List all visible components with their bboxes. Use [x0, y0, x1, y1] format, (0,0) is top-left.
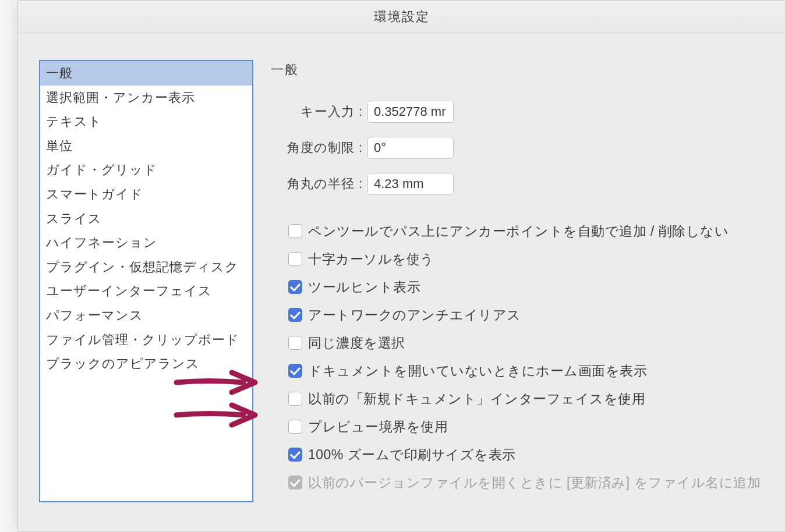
checkbox-label: 100% ズームで印刷サイズを表示 — [308, 446, 516, 464]
checkbox-label: 以前の「新規ドキュメント」インターフェイスを使用 — [308, 390, 645, 408]
sidebar-item[interactable]: ブラックのアピアランス — [40, 352, 252, 376]
key-input-field[interactable] — [367, 101, 454, 123]
preferences-window: 環境設定 一般選択範囲・アンカー表示テキスト単位ガイド・グリッドスマートガイドス… — [17, 0, 785, 532]
checkbox-row: 以前の「新規ドキュメント」インターフェイスを使用 — [288, 391, 785, 407]
titlebar: 環境設定 — [18, 1, 785, 33]
checkbox-row: 100% ズームで印刷サイズを表示 — [288, 446, 785, 463]
checkbox-row: 同じ濃度を選択 — [288, 335, 785, 351]
sidebar-item[interactable]: 選択範囲・アンカー表示 — [40, 86, 252, 110]
sidebar-item[interactable]: 一般 — [40, 61, 252, 86]
sidebar-item[interactable]: スライス — [40, 207, 252, 231]
checkbox-row: ドキュメントを開いていないときにホーム画面を表示 — [288, 363, 785, 379]
checkbox-label: アートワークのアンチエイリアス — [308, 306, 521, 324]
corner-radius-field[interactable] — [367, 173, 454, 195]
checkbox — [288, 476, 302, 490]
checkbox[interactable] — [288, 448, 302, 462]
key-input-label: キー入力 : — [271, 103, 363, 120]
checkbox-label: ドキュメントを開いていないときにホーム画面を表示 — [308, 362, 647, 380]
checkbox-row: ツールヒント表示 — [288, 279, 785, 295]
checkbox[interactable] — [288, 280, 302, 294]
checkbox[interactable] — [288, 364, 302, 378]
checkbox-label: プレビュー境界を使用 — [308, 418, 448, 436]
form-row-angle: 角度の制限 : — [271, 137, 785, 159]
main-panel: 一般 キー入力 : 角度の制限 : 角丸の半径 : ペンツールでパス上にアンカー… — [253, 60, 785, 502]
checkbox-group: ペンツールでパス上にアンカーポイントを自動で追加 / 削除しない十字カーソルを使… — [288, 223, 785, 491]
checkbox-row: 十字カーソルを使う — [288, 251, 785, 267]
sidebar-item[interactable]: ファイル管理・クリップボード — [40, 328, 252, 352]
sidebar-item[interactable]: パフォーマンス — [40, 303, 252, 328]
form-row-corner: 角丸の半径 : — [271, 173, 785, 195]
sidebar-item[interactable]: プラグイン・仮想記憶ディスク — [40, 255, 252, 279]
corner-radius-label: 角丸の半径 : — [271, 175, 363, 193]
checkbox-row: アートワークのアンチエイリアス — [288, 307, 785, 323]
window-title: 環境設定 — [374, 8, 430, 26]
checkbox-row: ペンツールでパス上にアンカーポイントを自動で追加 / 削除しない — [288, 223, 785, 239]
form-row-key-input: キー入力 : — [271, 101, 785, 123]
sidebar-item[interactable]: 単位 — [40, 134, 252, 158]
checkbox[interactable] — [288, 308, 302, 322]
checkbox[interactable] — [288, 392, 302, 406]
angle-constraint-field[interactable] — [367, 137, 454, 159]
angle-constraint-label: 角度の制限 : — [271, 139, 363, 157]
sidebar-item[interactable]: ガイド・グリッド — [40, 158, 252, 182]
checkbox[interactable] — [288, 336, 302, 350]
content-area: 一般選択範囲・アンカー表示テキスト単位ガイド・グリッドスマートガイドスライスハイ… — [18, 33, 785, 502]
checkbox[interactable] — [288, 224, 302, 238]
checkbox-label: 十字カーソルを使う — [308, 250, 434, 268]
checkbox-row: プレビュー境界を使用 — [288, 418, 785, 435]
sidebar-item[interactable]: ハイフネーション — [40, 230, 252, 255]
checkbox[interactable] — [288, 420, 302, 434]
sidebar-item[interactable]: スマートガイド — [40, 182, 252, 207]
panel-title: 一般 — [271, 61, 785, 79]
checkbox-row: 以前のバージョンファイルを開くときに [更新済み] をファイル名に追加 — [288, 474, 785, 491]
sidebar-item[interactable]: テキスト — [40, 109, 252, 134]
sidebar: 一般選択範囲・アンカー表示テキスト単位ガイド・グリッドスマートガイドスライスハイ… — [39, 60, 253, 502]
sidebar-item[interactable]: ユーザーインターフェイス — [40, 279, 252, 303]
checkbox-label: ペンツールでパス上にアンカーポイントを自動で追加 / 削除しない — [308, 222, 729, 240]
checkbox-label: ツールヒント表示 — [308, 278, 420, 296]
checkbox[interactable] — [288, 252, 302, 266]
checkbox-label: 同じ濃度を選択 — [308, 334, 405, 352]
checkbox-label: 以前のバージョンファイルを開くときに [更新済み] をファイル名に追加 — [308, 474, 761, 492]
